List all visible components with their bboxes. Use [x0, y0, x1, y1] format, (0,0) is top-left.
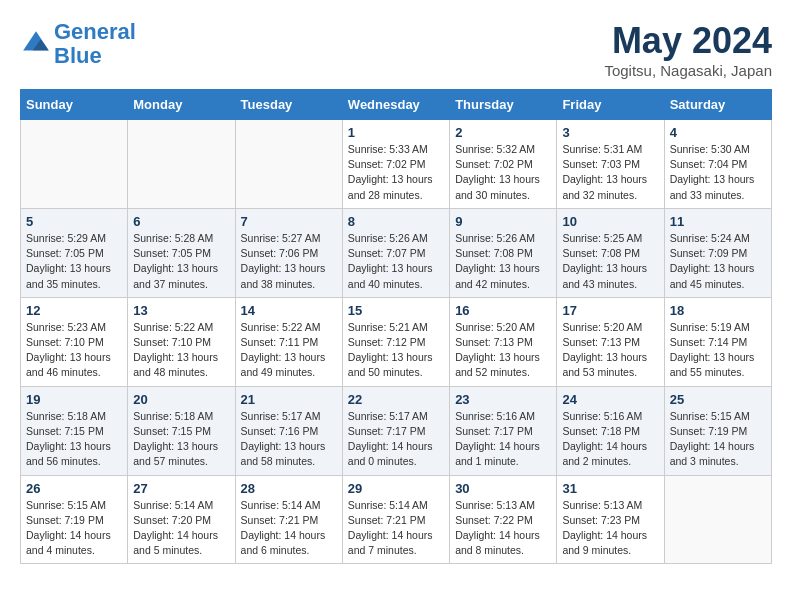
- header-cell-tuesday: Tuesday: [235, 90, 342, 120]
- calendar-cell: 15Sunrise: 5:21 AMSunset: 7:12 PMDayligh…: [342, 297, 449, 386]
- header-cell-monday: Monday: [128, 90, 235, 120]
- page-header: General Blue May 2024 Togitsu, Nagasaki,…: [20, 20, 772, 79]
- calendar-cell: 12Sunrise: 5:23 AMSunset: 7:10 PMDayligh…: [21, 297, 128, 386]
- day-number: 17: [562, 303, 658, 318]
- day-number: 15: [348, 303, 444, 318]
- day-detail: Sunrise: 5:14 AMSunset: 7:21 PMDaylight:…: [241, 498, 337, 559]
- day-detail: Sunrise: 5:20 AMSunset: 7:13 PMDaylight:…: [455, 320, 551, 381]
- day-detail: Sunrise: 5:25 AMSunset: 7:08 PMDaylight:…: [562, 231, 658, 292]
- calendar-cell: 29Sunrise: 5:14 AMSunset: 7:21 PMDayligh…: [342, 475, 449, 564]
- header-cell-wednesday: Wednesday: [342, 90, 449, 120]
- day-detail: Sunrise: 5:23 AMSunset: 7:10 PMDaylight:…: [26, 320, 122, 381]
- calendar-cell: 2Sunrise: 5:32 AMSunset: 7:02 PMDaylight…: [450, 120, 557, 209]
- calendar-week-0: 1Sunrise: 5:33 AMSunset: 7:02 PMDaylight…: [21, 120, 772, 209]
- day-number: 18: [670, 303, 766, 318]
- day-number: 3: [562, 125, 658, 140]
- calendar-cell: 30Sunrise: 5:13 AMSunset: 7:22 PMDayligh…: [450, 475, 557, 564]
- calendar-table: SundayMondayTuesdayWednesdayThursdayFrid…: [20, 89, 772, 564]
- day-detail: Sunrise: 5:18 AMSunset: 7:15 PMDaylight:…: [133, 409, 229, 470]
- day-number: 26: [26, 481, 122, 496]
- calendar-cell: 18Sunrise: 5:19 AMSunset: 7:14 PMDayligh…: [664, 297, 771, 386]
- header-row: SundayMondayTuesdayWednesdayThursdayFrid…: [21, 90, 772, 120]
- day-detail: Sunrise: 5:20 AMSunset: 7:13 PMDaylight:…: [562, 320, 658, 381]
- day-detail: Sunrise: 5:21 AMSunset: 7:12 PMDaylight:…: [348, 320, 444, 381]
- calendar-cell: 7Sunrise: 5:27 AMSunset: 7:06 PMDaylight…: [235, 208, 342, 297]
- day-detail: Sunrise: 5:18 AMSunset: 7:15 PMDaylight:…: [26, 409, 122, 470]
- day-detail: Sunrise: 5:13 AMSunset: 7:22 PMDaylight:…: [455, 498, 551, 559]
- calendar-cell: 8Sunrise: 5:26 AMSunset: 7:07 PMDaylight…: [342, 208, 449, 297]
- day-detail: Sunrise: 5:30 AMSunset: 7:04 PMDaylight:…: [670, 142, 766, 203]
- day-number: 4: [670, 125, 766, 140]
- day-number: 14: [241, 303, 337, 318]
- calendar-cell: [128, 120, 235, 209]
- calendar-cell: 24Sunrise: 5:16 AMSunset: 7:18 PMDayligh…: [557, 386, 664, 475]
- day-detail: Sunrise: 5:19 AMSunset: 7:14 PMDaylight:…: [670, 320, 766, 381]
- day-number: 9: [455, 214, 551, 229]
- day-detail: Sunrise: 5:15 AMSunset: 7:19 PMDaylight:…: [26, 498, 122, 559]
- day-detail: Sunrise: 5:13 AMSunset: 7:23 PMDaylight:…: [562, 498, 658, 559]
- calendar-cell: 3Sunrise: 5:31 AMSunset: 7:03 PMDaylight…: [557, 120, 664, 209]
- day-detail: Sunrise: 5:14 AMSunset: 7:20 PMDaylight:…: [133, 498, 229, 559]
- day-detail: Sunrise: 5:24 AMSunset: 7:09 PMDaylight:…: [670, 231, 766, 292]
- day-number: 25: [670, 392, 766, 407]
- calendar-cell: 27Sunrise: 5:14 AMSunset: 7:20 PMDayligh…: [128, 475, 235, 564]
- day-number: 19: [26, 392, 122, 407]
- header-cell-thursday: Thursday: [450, 90, 557, 120]
- day-detail: Sunrise: 5:27 AMSunset: 7:06 PMDaylight:…: [241, 231, 337, 292]
- day-detail: Sunrise: 5:33 AMSunset: 7:02 PMDaylight:…: [348, 142, 444, 203]
- title-block: May 2024 Togitsu, Nagasaki, Japan: [604, 20, 772, 79]
- day-number: 24: [562, 392, 658, 407]
- location: Togitsu, Nagasaki, Japan: [604, 62, 772, 79]
- header-cell-saturday: Saturday: [664, 90, 771, 120]
- calendar-cell: 17Sunrise: 5:20 AMSunset: 7:13 PMDayligh…: [557, 297, 664, 386]
- calendar-cell: 21Sunrise: 5:17 AMSunset: 7:16 PMDayligh…: [235, 386, 342, 475]
- logo-text: General Blue: [54, 20, 136, 68]
- day-number: 1: [348, 125, 444, 140]
- day-detail: Sunrise: 5:31 AMSunset: 7:03 PMDaylight:…: [562, 142, 658, 203]
- day-number: 23: [455, 392, 551, 407]
- day-detail: Sunrise: 5:26 AMSunset: 7:07 PMDaylight:…: [348, 231, 444, 292]
- day-number: 10: [562, 214, 658, 229]
- day-detail: Sunrise: 5:22 AMSunset: 7:11 PMDaylight:…: [241, 320, 337, 381]
- day-detail: Sunrise: 5:22 AMSunset: 7:10 PMDaylight:…: [133, 320, 229, 381]
- calendar-cell: [235, 120, 342, 209]
- day-detail: Sunrise: 5:16 AMSunset: 7:18 PMDaylight:…: [562, 409, 658, 470]
- day-number: 12: [26, 303, 122, 318]
- logo-line2: Blue: [54, 43, 102, 68]
- day-number: 8: [348, 214, 444, 229]
- day-number: 31: [562, 481, 658, 496]
- day-detail: Sunrise: 5:16 AMSunset: 7:17 PMDaylight:…: [455, 409, 551, 470]
- calendar-cell: 16Sunrise: 5:20 AMSunset: 7:13 PMDayligh…: [450, 297, 557, 386]
- calendar-cell: 26Sunrise: 5:15 AMSunset: 7:19 PMDayligh…: [21, 475, 128, 564]
- day-detail: Sunrise: 5:15 AMSunset: 7:19 PMDaylight:…: [670, 409, 766, 470]
- calendar-cell: 6Sunrise: 5:28 AMSunset: 7:05 PMDaylight…: [128, 208, 235, 297]
- calendar-body: 1Sunrise: 5:33 AMSunset: 7:02 PMDaylight…: [21, 120, 772, 564]
- header-cell-sunday: Sunday: [21, 90, 128, 120]
- day-detail: Sunrise: 5:26 AMSunset: 7:08 PMDaylight:…: [455, 231, 551, 292]
- calendar-cell: 23Sunrise: 5:16 AMSunset: 7:17 PMDayligh…: [450, 386, 557, 475]
- calendar-week-4: 26Sunrise: 5:15 AMSunset: 7:19 PMDayligh…: [21, 475, 772, 564]
- calendar-cell: 28Sunrise: 5:14 AMSunset: 7:21 PMDayligh…: [235, 475, 342, 564]
- day-detail: Sunrise: 5:28 AMSunset: 7:05 PMDaylight:…: [133, 231, 229, 292]
- calendar-cell: 11Sunrise: 5:24 AMSunset: 7:09 PMDayligh…: [664, 208, 771, 297]
- day-number: 21: [241, 392, 337, 407]
- day-number: 5: [26, 214, 122, 229]
- calendar-cell: 14Sunrise: 5:22 AMSunset: 7:11 PMDayligh…: [235, 297, 342, 386]
- logo: General Blue: [20, 20, 136, 68]
- logo-line1: General: [54, 19, 136, 44]
- day-detail: Sunrise: 5:17 AMSunset: 7:16 PMDaylight:…: [241, 409, 337, 470]
- calendar-cell: 9Sunrise: 5:26 AMSunset: 7:08 PMDaylight…: [450, 208, 557, 297]
- calendar-week-1: 5Sunrise: 5:29 AMSunset: 7:05 PMDaylight…: [21, 208, 772, 297]
- day-number: 28: [241, 481, 337, 496]
- day-number: 11: [670, 214, 766, 229]
- calendar-week-3: 19Sunrise: 5:18 AMSunset: 7:15 PMDayligh…: [21, 386, 772, 475]
- day-number: 13: [133, 303, 229, 318]
- day-number: 29: [348, 481, 444, 496]
- calendar-week-2: 12Sunrise: 5:23 AMSunset: 7:10 PMDayligh…: [21, 297, 772, 386]
- calendar-cell: 31Sunrise: 5:13 AMSunset: 7:23 PMDayligh…: [557, 475, 664, 564]
- calendar-cell: [21, 120, 128, 209]
- day-detail: Sunrise: 5:32 AMSunset: 7:02 PMDaylight:…: [455, 142, 551, 203]
- calendar-cell: 19Sunrise: 5:18 AMSunset: 7:15 PMDayligh…: [21, 386, 128, 475]
- calendar-cell: 1Sunrise: 5:33 AMSunset: 7:02 PMDaylight…: [342, 120, 449, 209]
- day-number: 27: [133, 481, 229, 496]
